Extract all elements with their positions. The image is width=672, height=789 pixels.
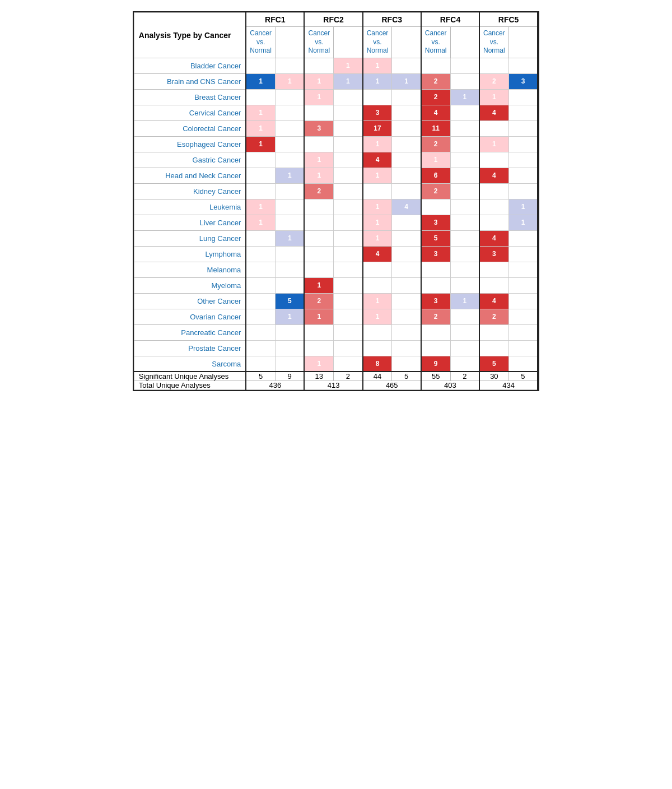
cell-value	[509, 58, 538, 73]
data-cell	[392, 183, 421, 199]
sig-value-cell: 55	[421, 372, 450, 381]
cell-value: 17	[363, 121, 392, 136]
data-cell	[450, 136, 479, 152]
data-cell	[421, 262, 450, 277]
cell-value: 2	[305, 294, 333, 309]
cell-value: 2	[480, 74, 508, 89]
table-row: Lymphoma433	[134, 246, 538, 262]
data-cell	[421, 199, 450, 215]
data-cell: 4	[392, 199, 421, 215]
cell-value	[451, 341, 479, 356]
cell-value	[451, 278, 479, 293]
table-row: Pancreatic Cancer	[134, 324, 538, 340]
cell-value	[246, 58, 275, 73]
sig-analyses-row: Significant Unique Analyses5913244555230…	[134, 372, 538, 381]
data-cell: 1	[363, 230, 392, 246]
cell-value	[480, 341, 508, 356]
cell-value	[305, 231, 333, 246]
cell-value	[509, 309, 538, 324]
data-cell	[508, 324, 538, 340]
cell-value	[305, 199, 333, 215]
cell-value	[334, 247, 362, 262]
cell-value	[422, 262, 450, 277]
data-cell	[392, 58, 421, 73]
cell-value: 1	[246, 215, 275, 230]
cell-value: 1	[480, 90, 508, 105]
data-cell	[304, 324, 333, 340]
cell-value	[392, 105, 421, 120]
data-cell	[334, 120, 363, 136]
cell-value: 1	[363, 215, 392, 230]
data-cell	[450, 340, 479, 356]
cell-value: 1	[363, 294, 392, 309]
data-cell	[508, 136, 538, 152]
data-cell	[392, 215, 421, 230]
cell-value	[392, 215, 421, 230]
cancer-label: Esophageal Cancer	[134, 136, 246, 152]
cell-value	[480, 152, 508, 168]
data-cell	[508, 262, 538, 277]
cell-value: 1	[246, 199, 275, 215]
cell-value: 1	[363, 231, 392, 246]
data-cell	[479, 340, 508, 356]
cell-value: 2	[422, 74, 450, 89]
cell-value	[363, 341, 392, 356]
data-cell	[508, 309, 538, 324]
cancer-label: Pancreatic Cancer	[134, 324, 246, 340]
table-row: Other Cancer521314	[134, 293, 538, 309]
data-cell: 5	[275, 293, 304, 309]
data-cell: 4	[421, 105, 450, 120]
data-cell: 2	[304, 183, 333, 199]
rfc1-header: RFC1	[246, 13, 304, 27]
table-row: Cervical Cancer1344	[134, 105, 538, 120]
cell-value	[334, 215, 362, 230]
data-cell	[392, 340, 421, 356]
cell-value	[451, 137, 479, 152]
total-value-cell: 413	[304, 381, 362, 390]
data-cell: 1	[421, 152, 450, 168]
data-cell	[508, 152, 538, 168]
cell-value: 3	[422, 247, 450, 262]
data-cell	[334, 262, 363, 277]
cell-value: 1	[363, 137, 392, 152]
sig-value-cell: 30	[479, 372, 508, 381]
cell-value	[334, 231, 362, 246]
data-cell	[392, 230, 421, 246]
data-cell	[392, 324, 421, 340]
cell-value	[392, 341, 421, 356]
data-cell	[450, 277, 479, 293]
data-cell	[363, 277, 392, 293]
data-cell	[392, 120, 421, 136]
cell-value: 1	[305, 356, 333, 372]
data-cell	[275, 152, 304, 168]
cell-value: 1	[305, 74, 333, 89]
data-cell	[246, 293, 275, 309]
data-cell: 2	[421, 183, 450, 199]
data-cell	[392, 168, 421, 183]
data-cell: 1	[275, 168, 304, 183]
cell-value: 1	[363, 74, 392, 89]
cell-value	[334, 325, 362, 340]
data-cell	[275, 215, 304, 230]
cell-value: 3	[422, 215, 450, 230]
data-cell	[479, 324, 508, 340]
cell-value	[334, 309, 362, 324]
data-cell	[275, 120, 304, 136]
data-cell	[304, 262, 333, 277]
cell-value: 1	[363, 199, 392, 215]
data-cell	[421, 58, 450, 73]
cell-value: 1	[392, 74, 421, 89]
data-cell: 1	[508, 199, 538, 215]
cell-value: 1	[305, 278, 333, 293]
cell-value	[334, 105, 362, 120]
cell-value: 2	[422, 184, 450, 199]
data-cell	[304, 105, 333, 120]
cell-value: 1	[305, 168, 333, 183]
data-cell	[508, 58, 538, 73]
cell-value	[246, 231, 275, 246]
cell-value: 3	[422, 294, 450, 309]
data-cell	[392, 262, 421, 277]
data-cell	[450, 324, 479, 340]
cell-value	[392, 278, 421, 293]
cell-value	[276, 105, 304, 120]
